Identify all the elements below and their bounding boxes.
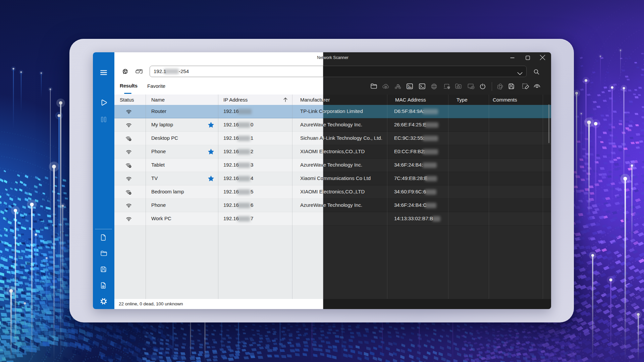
svg-text:SSH: SSH (408, 86, 412, 88)
